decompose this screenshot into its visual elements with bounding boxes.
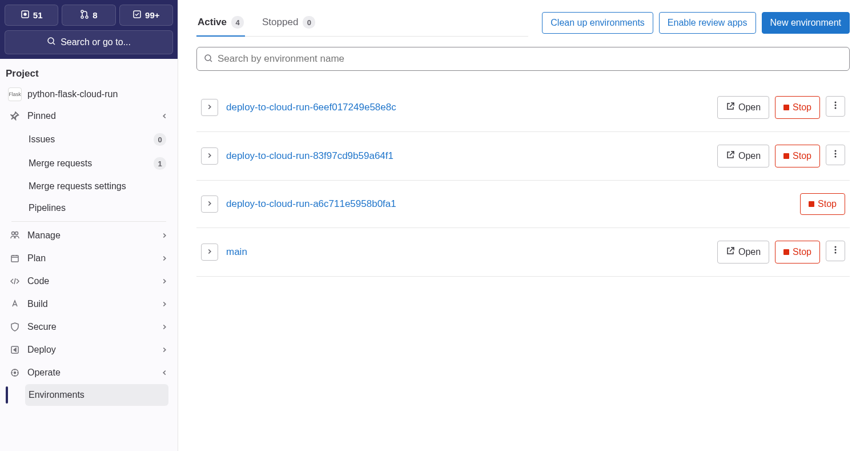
chevron-right-icon	[160, 346, 168, 354]
svg-point-4	[86, 16, 88, 18]
enable-review-apps-button[interactable]: Enable review apps	[659, 12, 756, 34]
todos-count: 99+	[145, 10, 159, 20]
stop-icon	[783, 153, 789, 159]
svg-point-8	[15, 232, 18, 235]
open-label: Open	[738, 151, 761, 161]
environment-name-link[interactable]: deploy-to-cloud-run-a6c711e5958b0fa1	[226, 198, 792, 210]
chevron-right-icon	[160, 323, 168, 331]
count-badge: 0	[154, 133, 166, 146]
sidebar-item-issues[interactable]: Issues 0	[29, 127, 172, 151]
merge-requests-count: 8	[93, 10, 97, 20]
sidebar-item-plan[interactable]: Plan	[6, 247, 172, 270]
sidebar-top: 51 8 99+ Search or go to...	[0, 0, 178, 59]
stop-label: Stop	[818, 199, 837, 209]
sidebar-item-deploy[interactable]: Deploy	[6, 338, 172, 361]
chevron-right-icon	[160, 232, 168, 240]
todos-counter-button[interactable]: 99+	[119, 5, 173, 26]
chevron-right-icon	[206, 151, 214, 161]
kebab-icon	[831, 101, 840, 112]
operate-subnav: Environments	[6, 384, 172, 406]
sidebar-item-environments[interactable]: Environments	[25, 384, 168, 406]
svg-point-19	[835, 156, 837, 158]
project-row[interactable]: Flask python-flask-cloud-run	[6, 84, 172, 105]
action-buttons: Clean up environments Enable review apps…	[542, 12, 850, 34]
sidebar-item-operate[interactable]: Operate	[6, 361, 172, 384]
external-link-icon	[726, 246, 735, 258]
top-counters: 51 8 99+	[5, 5, 173, 26]
subnav-label: Pipelines	[29, 203, 66, 213]
sidebar-item-merge-requests[interactable]: Merge requests 1	[29, 151, 172, 175]
merge-requests-counter-button[interactable]: 8	[62, 5, 115, 26]
nav-label: Plan	[27, 253, 154, 264]
environment-search-input[interactable]	[218, 53, 842, 65]
nav-label: Build	[27, 299, 154, 309]
count-badge: 1	[154, 157, 166, 170]
svg-point-2	[81, 10, 83, 13]
sidebar-item-build[interactable]: Build	[6, 293, 172, 316]
svg-point-7	[12, 232, 15, 235]
open-label: Open	[738, 247, 761, 257]
subnav-label: Issues	[29, 134, 55, 145]
tab-count: 0	[303, 16, 315, 29]
sidebar: 51 8 99+ Search or go to... Project	[0, 0, 178, 451]
tab-active[interactable]: Active 4	[196, 9, 245, 37]
shield-icon	[9, 321, 21, 333]
chevron-down-icon	[160, 369, 168, 377]
stop-label: Stop	[793, 247, 811, 257]
topbar: Active 4 Stopped 0 Clean up environments…	[196, 9, 850, 37]
chevron-right-icon	[206, 103, 214, 113]
stop-button[interactable]: Stop	[775, 96, 820, 119]
nav-label: Manage	[27, 230, 154, 241]
sidebar-item-code[interactable]: Code	[6, 270, 172, 293]
expand-toggle[interactable]	[201, 99, 218, 116]
plan-icon	[9, 253, 21, 264]
issues-counter-button[interactable]: 51	[5, 5, 58, 26]
more-actions-button[interactable]	[826, 145, 845, 165]
svg-point-12	[14, 372, 16, 374]
cleanup-environments-button[interactable]: Clean up environments	[542, 12, 653, 34]
environment-name-link[interactable]: deploy-to-cloud-run-83f97cd9b59a64f1	[226, 150, 709, 162]
nav-label: Secure	[27, 322, 154, 332]
sidebar-item-merge-requests-settings[interactable]: Merge requests settings	[29, 175, 172, 197]
stop-label: Stop	[793, 102, 811, 113]
sidebar-item-secure[interactable]: Secure	[6, 316, 172, 338]
svg-point-14	[835, 102, 837, 103]
subnav-label: Merge requests settings	[29, 181, 126, 191]
manage-icon	[9, 230, 21, 241]
nav-label: Code	[27, 276, 154, 286]
deploy-icon	[9, 344, 21, 356]
environment-name-link[interactable]: deploy-to-cloud-run-6eef017249e58e8c	[226, 102, 709, 113]
expand-toggle[interactable]	[201, 147, 218, 165]
issues-count: 51	[33, 10, 43, 20]
sidebar-item-manage[interactable]: Manage	[6, 224, 172, 247]
chevron-right-icon	[160, 277, 168, 285]
chevron-down-icon	[160, 112, 168, 120]
expand-toggle[interactable]	[201, 244, 218, 261]
sidebar-item-pipelines[interactable]: Pipelines	[29, 197, 172, 219]
expand-toggle[interactable]	[201, 195, 218, 213]
subnav-label: Merge requests	[29, 158, 92, 169]
stop-button[interactable]: Stop	[775, 241, 820, 264]
search-wrap[interactable]	[196, 47, 850, 71]
row-actions: Stop	[800, 193, 845, 215]
search-or-goto-button[interactable]: Search or go to...	[5, 30, 173, 54]
more-actions-button[interactable]	[826, 96, 845, 117]
sidebar-item-pinned[interactable]: Pinned	[6, 105, 172, 127]
tab-stopped[interactable]: Stopped 0	[261, 9, 316, 37]
svg-point-15	[835, 105, 837, 106]
open-button[interactable]: Open	[717, 241, 769, 264]
external-link-icon	[726, 150, 735, 162]
stop-button[interactable]: Stop	[775, 145, 820, 167]
sidebar-content: Project Flask python-flask-cloud-run Pin…	[0, 59, 178, 408]
more-actions-button[interactable]	[826, 241, 845, 261]
stop-label: Stop	[793, 151, 811, 161]
open-button[interactable]: Open	[717, 96, 769, 119]
new-environment-button[interactable]: New environment	[762, 12, 850, 34]
environment-list: deploy-to-cloud-run-6eef017249e58e8cOpen…	[196, 83, 850, 277]
stop-button[interactable]: Stop	[800, 193, 845, 215]
environment-name-link[interactable]: main	[226, 246, 709, 258]
code-icon	[9, 276, 21, 287]
project-avatar: Flask	[8, 87, 22, 101]
open-button[interactable]: Open	[717, 145, 769, 167]
merge-request-icon	[80, 10, 89, 21]
